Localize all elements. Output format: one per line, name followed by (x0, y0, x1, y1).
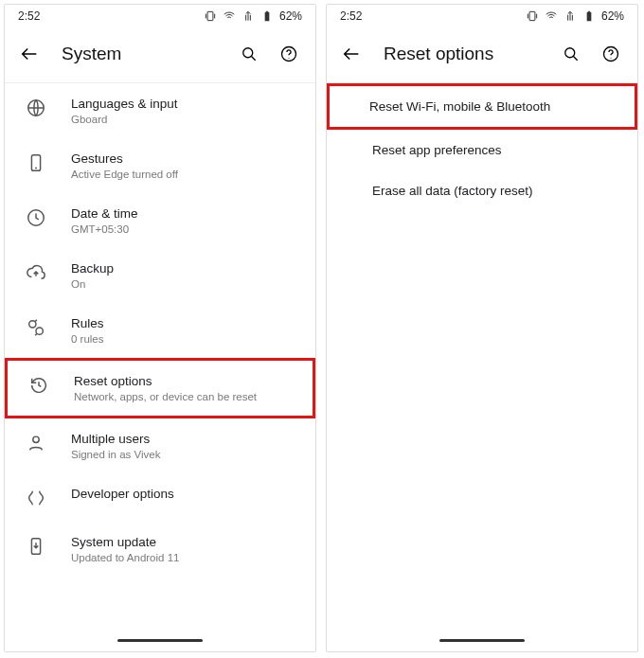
svg-point-18 (611, 58, 612, 59)
item-developer-options[interactable]: Developer options (5, 473, 315, 522)
globe-icon (26, 98, 46, 118)
item-rules[interactable]: Rules0 rules (5, 303, 315, 358)
screen-system: 2:52 62% System Languages & inputGboard … (4, 4, 316, 652)
settings-list: Languages & inputGboard GesturesActive E… (5, 83, 315, 651)
item-label: System update (71, 535, 179, 549)
svg-rect-15 (588, 11, 590, 12)
clock-icon (26, 207, 46, 228)
item-date-time[interactable]: Date & timeGMT+05:30 (5, 193, 315, 248)
wifi-icon (223, 9, 236, 23)
svg-point-11 (33, 436, 39, 442)
vibrate-icon (526, 9, 539, 23)
backup-icon (26, 262, 46, 283)
svg-point-5 (289, 58, 290, 59)
gestures-icon (26, 152, 46, 173)
system-update-icon (26, 536, 46, 557)
svg-rect-13 (529, 11, 535, 20)
vibrate-icon (204, 9, 217, 23)
arrow-left-icon (341, 44, 362, 64)
item-sub: Signed in as Vivek (71, 449, 160, 460)
back-button[interactable] (18, 43, 41, 65)
item-label: Reset options (74, 374, 257, 388)
signal-icon (242, 9, 255, 23)
item-label: Gestures (71, 151, 178, 166)
back-button[interactable] (340, 43, 363, 65)
item-label: Multiple users (71, 432, 160, 446)
svg-rect-0 (207, 11, 213, 20)
screen-reset-options: 2:52 62% Reset options Reset Wi-Fi, mobi… (326, 4, 638, 652)
item-sub: Gboard (71, 114, 178, 125)
item-reset-app-preferences[interactable]: Reset app preferences (327, 130, 637, 170)
item-label: Erase all data (factory reset) (372, 184, 533, 198)
item-reset-options[interactable]: Reset optionsNetwork, apps, or device ca… (5, 358, 315, 418)
item-sub: Updated to Android 11 (71, 552, 179, 563)
status-bar: 2:52 62% (5, 5, 315, 27)
reset-icon (28, 375, 49, 396)
item-system-update[interactable]: System updateUpdated to Android 11 (5, 522, 315, 577)
wifi-icon (545, 9, 558, 23)
rules-icon (26, 317, 46, 338)
item-reset-wifi-mobile-bluetooth[interactable]: Reset Wi-Fi, mobile & Bluetooth (327, 83, 637, 130)
item-sub: On (71, 278, 114, 290)
item-label: Languages & input (71, 97, 178, 111)
app-bar: System (5, 27, 315, 83)
search-icon (240, 44, 259, 63)
signal-icon (564, 9, 577, 23)
search-button[interactable] (236, 41, 262, 67)
svg-point-9 (29, 321, 36, 328)
item-backup[interactable]: BackupOn (5, 248, 315, 303)
item-label: Backup (71, 261, 114, 276)
page-title: Reset options (384, 44, 558, 64)
svg-rect-14 (587, 12, 592, 21)
status-right: 62% (526, 9, 624, 23)
status-bar: 2:52 62% (327, 5, 637, 27)
help-button[interactable] (276, 41, 302, 67)
battery-icon (582, 9, 596, 23)
item-label: Developer options (71, 487, 174, 501)
item-sub: 0 rules (71, 333, 104, 345)
app-bar: Reset options (327, 27, 637, 83)
svg-point-3 (243, 48, 253, 58)
page-title: System (62, 44, 236, 64)
search-button[interactable] (558, 41, 584, 67)
svg-rect-1 (265, 12, 270, 21)
developer-icon (26, 488, 46, 508)
item-gestures[interactable]: GesturesActive Edge turned off (5, 138, 315, 193)
battery-icon (260, 9, 274, 23)
svg-point-10 (36, 328, 43, 334)
arrow-left-icon (19, 44, 40, 64)
reset-list: Reset Wi-Fi, mobile & Bluetooth Reset ap… (327, 83, 637, 651)
status-time: 2:52 (340, 9, 362, 23)
status-time: 2:52 (18, 9, 40, 23)
user-icon (26, 433, 46, 453)
item-label: Reset app preferences (372, 143, 502, 157)
nav-handle[interactable] (439, 639, 525, 642)
status-battery: 62% (601, 9, 624, 23)
svg-point-16 (565, 48, 575, 58)
item-multiple-users[interactable]: Multiple usersSigned in as Vivek (5, 418, 315, 473)
item-sub: Network, apps, or device can be reset (74, 391, 257, 402)
item-sub: GMT+05:30 (71, 223, 138, 235)
item-languages-input[interactable]: Languages & inputGboard (5, 83, 315, 138)
item-label: Reset Wi-Fi, mobile & Bluetooth (369, 99, 550, 114)
help-icon (601, 44, 620, 63)
item-sub: Active Edge turned off (71, 169, 178, 180)
item-label: Rules (71, 316, 104, 330)
nav-handle[interactable] (117, 639, 203, 642)
help-button[interactable] (598, 41, 624, 67)
status-battery: 62% (279, 9, 302, 23)
svg-rect-2 (266, 11, 268, 12)
search-icon (562, 44, 581, 63)
status-right: 62% (204, 9, 302, 23)
item-label: Date & time (71, 206, 138, 221)
help-icon (279, 44, 298, 63)
item-erase-all-data[interactable]: Erase all data (factory reset) (327, 170, 637, 211)
